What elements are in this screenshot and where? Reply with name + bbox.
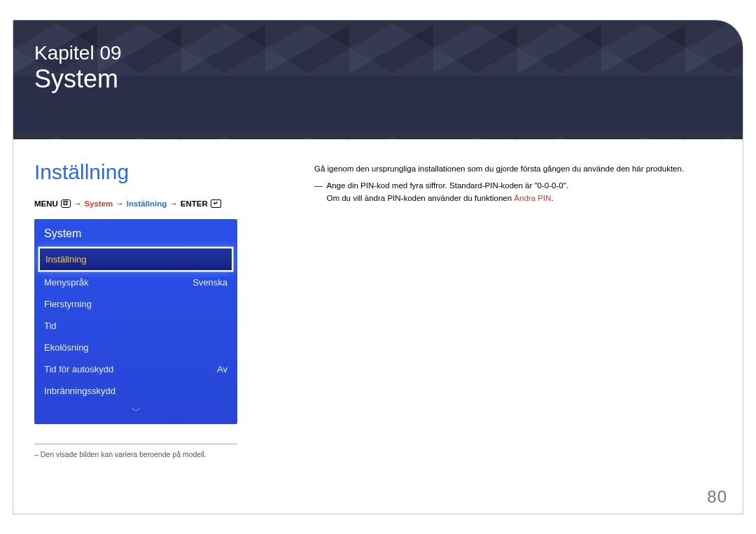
andra-pin-link: Ändra PIN (514, 194, 551, 202)
osd-item-ekolosning[interactable]: Ekolösning (34, 337, 237, 358)
arrow-icon: → (169, 199, 178, 208)
description-column: Gå igenom den ursprungliga installatione… (314, 163, 715, 204)
chapter-hero: Kapitel 09 System (13, 20, 743, 139)
osd-item-value: Svenska (192, 277, 227, 288)
osd-item-label: Tid (44, 321, 57, 331)
breadcrumb-menu-label: MENU (34, 199, 58, 208)
dash-icon: ― (314, 180, 323, 205)
enter-icon: ↵ (211, 199, 221, 208)
osd-item-installning[interactable]: Inställning (38, 247, 233, 272)
osd-item-tid[interactable]: Tid (34, 315, 237, 337)
osd-item-label: Menyspråk (44, 277, 89, 288)
description-intro: Gå igenom den ursprungliga installatione… (314, 163, 715, 176)
chapter-title: System (13, 65, 743, 93)
osd-item-label: Tid för autoskydd (44, 364, 113, 374)
osd-item-tid-for-autoskydd[interactable]: Tid för autoskydd Av (34, 358, 237, 380)
chevron-down-icon[interactable]: ﹀ (34, 402, 237, 417)
osd-item-flerstyrning[interactable]: Flerstyrning (34, 293, 237, 315)
chapter-kicker: Kapitel 09 (13, 20, 743, 65)
breadcrumb-enter-label: ENTER (181, 199, 208, 208)
osd-item-label: Inställning (46, 254, 87, 265)
osd-item-label: Inbränningsskydd (44, 386, 115, 396)
footnote-prefix: – (34, 450, 38, 458)
osd-panel: System Inställning Menyspråk Svenska Fle… (34, 219, 237, 424)
page-frame: Kapitel 09 System Inställning MENU ⚃ → S… (13, 20, 743, 514)
pin-line2-pre: Om du vill ändra PIN-koden använder du f… (327, 194, 514, 202)
osd-item-menysprak[interactable]: Menyspråk Svenska (34, 272, 237, 293)
arrow-icon: → (74, 199, 82, 208)
osd-item-inbranningsskydd[interactable]: Inbränningsskydd (34, 380, 237, 402)
footnote: – Den visade bilden kan variera beroende… (34, 450, 722, 458)
breadcrumb-system: System (84, 199, 113, 208)
pin-line1: Ange din PIN-kod med fyra siffror. Stand… (327, 181, 568, 190)
page-number: 80 (707, 487, 727, 507)
description-pin-note: ― Ange din PIN-kod med fyra siffror. Sta… (314, 180, 715, 205)
osd-item-label: Ekolösning (44, 342, 89, 353)
menu-icon: ⚃ (61, 199, 71, 208)
footnote-rule (34, 444, 237, 444)
footnote-text: Den visade bilden kan variera beroende p… (41, 450, 206, 458)
arrow-icon: → (115, 199, 124, 208)
osd-title: System (34, 227, 237, 247)
breadcrumb-sub: Inställning (127, 199, 167, 208)
pin-line2-post: . (551, 194, 553, 202)
osd-item-label: Flerstyrning (44, 299, 92, 309)
osd-item-value: Av (217, 364, 227, 374)
